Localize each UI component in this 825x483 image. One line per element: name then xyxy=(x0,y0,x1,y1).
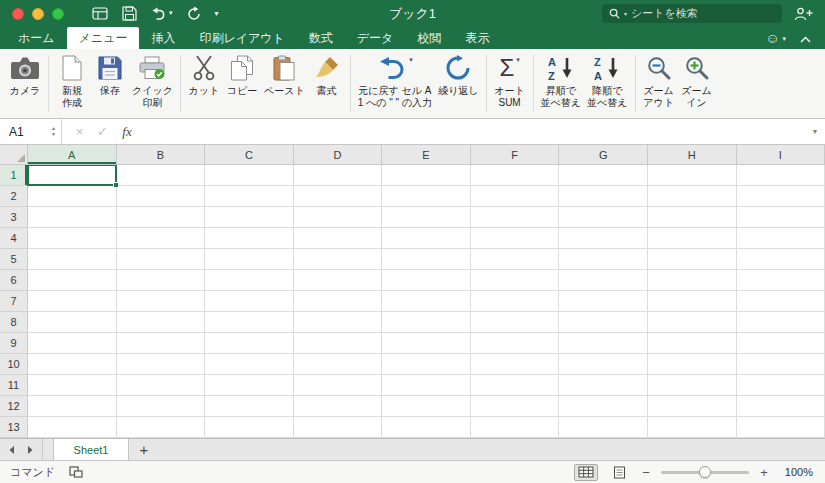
cell-G2[interactable] xyxy=(559,186,648,207)
search-scope-caret-icon[interactable]: ▾ xyxy=(624,10,627,17)
cell-H11[interactable] xyxy=(648,375,737,396)
cell-G7[interactable] xyxy=(559,291,648,312)
cell-H1[interactable] xyxy=(648,165,737,186)
cell-F1[interactable] xyxy=(471,165,560,186)
cell-A11[interactable] xyxy=(28,375,117,396)
cell-F8[interactable] xyxy=(471,312,560,333)
zoom-in-button[interactable]: ズーム イン xyxy=(678,53,716,108)
format-button[interactable]: 書式 xyxy=(308,53,346,97)
cell-B3[interactable] xyxy=(117,207,206,228)
cell-I4[interactable] xyxy=(737,228,825,249)
cell-I7[interactable] xyxy=(737,291,825,312)
cell-E7[interactable] xyxy=(382,291,471,312)
tab-menu[interactable]: メニュー xyxy=(67,27,140,49)
cell-D9[interactable] xyxy=(294,333,383,354)
sort-descending-button[interactable]: Z A 降順で 並べ替え xyxy=(584,53,630,108)
quick-save-button[interactable] xyxy=(122,6,137,21)
cell-H3[interactable] xyxy=(648,207,737,228)
cell-C9[interactable] xyxy=(205,333,294,354)
cell-I3[interactable] xyxy=(737,207,825,228)
cell-E13[interactable] xyxy=(382,417,471,438)
cell-A1[interactable] xyxy=(28,165,117,186)
row-header-4[interactable]: 4 xyxy=(0,228,28,249)
cell-I1[interactable] xyxy=(737,165,825,186)
row-header-12[interactable]: 12 xyxy=(0,396,28,417)
cell-A8[interactable] xyxy=(28,312,117,333)
stepper-down-icon[interactable]: ▼ xyxy=(51,131,56,137)
fill-handle[interactable] xyxy=(113,182,119,188)
cell-F9[interactable] xyxy=(471,333,560,354)
cell-G9[interactable] xyxy=(559,333,648,354)
cell-A6[interactable] xyxy=(28,270,117,291)
undo-button[interactable]: ▾ 元に戻す セル A 1 への " " の入力 xyxy=(355,53,435,108)
cell-E4[interactable] xyxy=(382,228,471,249)
cell-G4[interactable] xyxy=(559,228,648,249)
cell-G3[interactable] xyxy=(559,207,648,228)
cell-B5[interactable] xyxy=(117,249,206,270)
cell-I2[interactable] xyxy=(737,186,825,207)
normal-view-button[interactable] xyxy=(574,464,598,481)
quick-print-button[interactable]: クイック 印刷 xyxy=(129,53,176,108)
cell-A9[interactable] xyxy=(28,333,117,354)
zoom-in-slider-button[interactable]: + xyxy=(758,465,770,480)
cell-I8[interactable] xyxy=(737,312,825,333)
cell-A2[interactable] xyxy=(28,186,117,207)
column-header-D[interactable]: D xyxy=(294,145,383,165)
workbook-gallery-button[interactable] xyxy=(92,7,108,20)
cell-I9[interactable] xyxy=(737,333,825,354)
column-header-C[interactable]: C xyxy=(205,145,294,165)
insert-function-button[interactable]: fx xyxy=(114,124,140,140)
cell-D11[interactable] xyxy=(294,375,383,396)
page-layout-view-button[interactable] xyxy=(607,464,631,481)
previous-sheet-icon[interactable] xyxy=(8,445,15,455)
name-box-stepper[interactable]: ▲ ▼ xyxy=(51,125,56,137)
cell-F5[interactable] xyxy=(471,249,560,270)
cell-A12[interactable] xyxy=(28,396,117,417)
row-header-10[interactable]: 10 xyxy=(0,354,28,375)
cell-C3[interactable] xyxy=(205,207,294,228)
cell-A5[interactable] xyxy=(28,249,117,270)
cell-I13[interactable] xyxy=(737,417,825,438)
cell-B4[interactable] xyxy=(117,228,206,249)
cell-C4[interactable] xyxy=(205,228,294,249)
cell-H10[interactable] xyxy=(648,354,737,375)
feedback-button[interactable]: ☺ ▾ xyxy=(765,31,786,45)
camera-button[interactable]: カメラ xyxy=(6,53,44,97)
zoom-out-button[interactable]: ズーム アウト xyxy=(640,53,678,108)
cell-C11[interactable] xyxy=(205,375,294,396)
quick-undo-button[interactable]: ▾ xyxy=(151,6,173,21)
save-button[interactable]: 保存 xyxy=(91,53,129,97)
column-header-F[interactable]: F xyxy=(471,145,560,165)
cell-F10[interactable] xyxy=(471,354,560,375)
select-all-corner[interactable] xyxy=(0,145,28,165)
column-header-E[interactable]: E xyxy=(382,145,471,165)
cell-B9[interactable] xyxy=(117,333,206,354)
sheet-search-field[interactable]: ▾ シートを検索 xyxy=(602,4,782,23)
cell-D3[interactable] xyxy=(294,207,383,228)
cell-F6[interactable] xyxy=(471,270,560,291)
zoom-out-slider-button[interactable]: − xyxy=(640,465,652,480)
row-header-1[interactable]: 1 xyxy=(0,165,28,186)
enter-button[interactable]: ✓ xyxy=(91,124,114,139)
cell-B11[interactable] xyxy=(117,375,206,396)
cell-A10[interactable] xyxy=(28,354,117,375)
tab-home[interactable]: ホーム xyxy=(6,27,67,49)
cell-E1[interactable] xyxy=(382,165,471,186)
cell-H2[interactable] xyxy=(648,186,737,207)
cut-button[interactable]: カット xyxy=(185,53,223,97)
cell-C6[interactable] xyxy=(205,270,294,291)
cell-F7[interactable] xyxy=(471,291,560,312)
customize-toolbar-button[interactable]: ▾ xyxy=(215,7,219,21)
cell-C10[interactable] xyxy=(205,354,294,375)
row-header-8[interactable]: 8 xyxy=(0,312,28,333)
cell-B7[interactable] xyxy=(117,291,206,312)
close-window-button[interactable] xyxy=(12,8,24,20)
cell-D7[interactable] xyxy=(294,291,383,312)
cell-C12[interactable] xyxy=(205,396,294,417)
row-header-2[interactable]: 2 xyxy=(0,186,28,207)
cell-D13[interactable] xyxy=(294,417,383,438)
cell-D4[interactable] xyxy=(294,228,383,249)
cell-C5[interactable] xyxy=(205,249,294,270)
cell-B8[interactable] xyxy=(117,312,206,333)
zoom-slider-thumb[interactable] xyxy=(699,466,711,478)
